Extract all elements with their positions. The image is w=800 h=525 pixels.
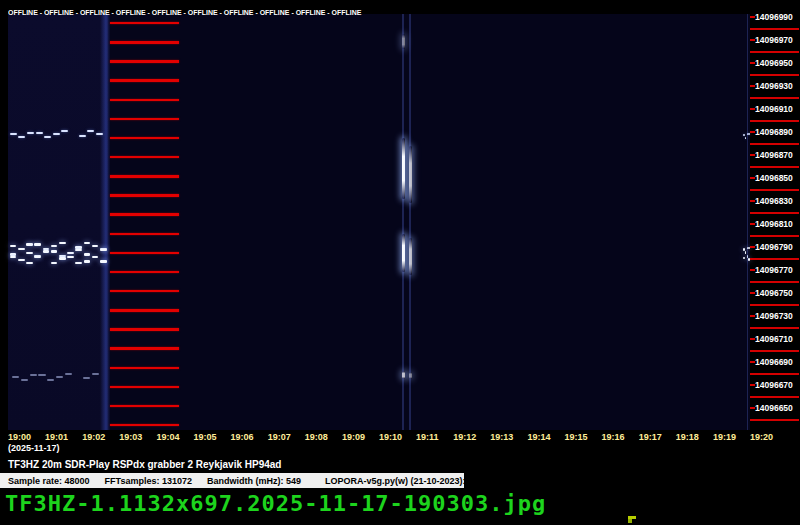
time-tick-label: 19:14 bbox=[527, 432, 550, 442]
image-filename-text: TF3HZ-1.1132x697.2025-11-17-190303.jpg bbox=[5, 491, 546, 516]
time-axis: 19:0019:0119:0219:0319:0419:0519:0619:07… bbox=[0, 0, 800, 450]
time-tick-label: 19:09 bbox=[342, 432, 365, 442]
time-tick-label: 19:17 bbox=[639, 432, 662, 442]
time-tick-label: 19:11 bbox=[416, 432, 439, 442]
time-tick-label: 19:20 bbox=[750, 432, 773, 442]
time-tick-label: 19:16 bbox=[602, 432, 625, 442]
qrss-grabber-screenshot: 1409699014096970140969501409693014096910… bbox=[0, 0, 800, 525]
time-tick-label: 19:12 bbox=[453, 432, 476, 442]
sample-rate-label: Sample rate: 48000 bbox=[8, 476, 90, 486]
settings-bar: Sample rate: 48000 FFTsamples: 131072 Ba… bbox=[0, 473, 464, 488]
time-tick-label: 19:08 bbox=[305, 432, 328, 442]
time-tick-label: 19:10 bbox=[379, 432, 402, 442]
time-tick-label: 19:06 bbox=[231, 432, 254, 442]
software-label: LOPORA-v5g.py(w) (21-10-2023): QRSS rece… bbox=[325, 476, 537, 486]
time-tick-label: 19:03 bbox=[119, 432, 142, 442]
time-tick-label: 19:05 bbox=[194, 432, 217, 442]
time-tick-label: 19:02 bbox=[82, 432, 105, 442]
time-tick-label: 19:13 bbox=[490, 432, 513, 442]
time-tick-label: 19:04 bbox=[156, 432, 179, 442]
fft-samples-label: FFTsamples: 131072 bbox=[105, 476, 192, 486]
time-tick-label: 19:19 bbox=[713, 432, 736, 442]
offline-status-text: OFFLINE - OFFLINE - OFFLINE - OFFLINE - … bbox=[8, 8, 361, 17]
time-tick-label: 19:07 bbox=[268, 432, 291, 442]
time-tick-label: 19:01 bbox=[45, 432, 68, 442]
artifact-mark bbox=[628, 519, 632, 523]
bandwidth-label: Bandwidth (mHz): 549 bbox=[207, 476, 301, 486]
date-label: (2025-11-17) bbox=[8, 443, 60, 453]
time-tick-label: 19:00 bbox=[8, 432, 31, 442]
time-tick-label: 19:15 bbox=[565, 432, 588, 442]
station-info: TF3HZ 20m SDR-Play RSPdx grabber 2 Reykj… bbox=[8, 459, 281, 470]
time-tick-label: 19:18 bbox=[676, 432, 699, 442]
